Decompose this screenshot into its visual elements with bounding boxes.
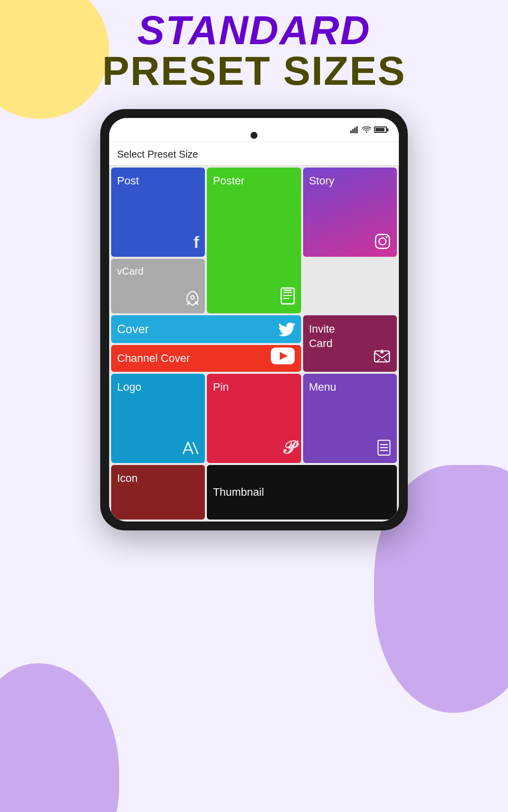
svg-rect-2: [354, 127, 356, 133]
battery-icon: [374, 126, 387, 133]
wifi-icon: [362, 126, 371, 133]
tile-logo-label: Logo: [117, 381, 199, 394]
status-bar: [109, 118, 399, 142]
svg-point-4: [366, 131, 368, 133]
battery-fill: [376, 128, 384, 131]
tile-cover[interactable]: Cover: [111, 315, 301, 343]
svg-rect-1: [352, 129, 354, 133]
tile-thumbnail[interactable]: Thumbnail: [207, 465, 397, 520]
tile-pin-icon: 𝒫: [282, 437, 295, 458]
svg-rect-0: [350, 130, 352, 133]
tile-post[interactable]: Post f: [111, 168, 205, 257]
tile-vcard-label: vCard: [117, 266, 199, 277]
phone-outer: Select Preset Size Post f Poster: [100, 109, 408, 530]
tile-invite-card[interactable]: InviteCard: [303, 315, 397, 372]
tile-story[interactable]: Story: [303, 168, 397, 257]
page-header: STANDARD PRESET SIZES: [0, 10, 508, 91]
tile-post-label: Post: [117, 174, 199, 187]
camera-dot: [251, 132, 257, 139]
header-line1: STANDARD: [0, 10, 508, 51]
tile-poster-label: Poster: [213, 174, 295, 187]
svg-point-11: [379, 238, 386, 245]
phone-mockup: Select Preset Size Post f Poster: [100, 109, 408, 530]
tile-poster-icon: [280, 287, 295, 308]
tile-channel-cover-label: Channel Cover: [117, 352, 190, 365]
preset-grid: Post f Poster: [109, 166, 399, 522]
svg-rect-9: [284, 290, 292, 291]
tile-invite-card-label: InviteCard: [309, 322, 391, 350]
header-line2: PRESET SIZES: [0, 51, 508, 91]
tile-channel-cover[interactable]: Channel Cover: [111, 345, 301, 372]
tile-menu-label: Menu: [309, 381, 391, 394]
tile-icon-label: Icon: [117, 472, 199, 485]
tile-story-icon: [374, 233, 391, 252]
phone-inner: Select Preset Size Post f Poster: [109, 118, 399, 522]
tile-cover-icon: [278, 322, 295, 339]
tile-pin[interactable]: Pin 𝒫: [207, 374, 301, 463]
svg-rect-3: [356, 126, 358, 133]
tile-icon[interactable]: Icon: [111, 465, 205, 520]
svg-rect-10: [376, 234, 389, 248]
tile-menu[interactable]: Menu: [303, 374, 397, 463]
svg-point-12: [386, 236, 388, 238]
tile-vcard-icon: [185, 290, 200, 309]
tile-logo-icon: [181, 440, 199, 458]
status-icons: [350, 126, 387, 133]
tile-invite-card-icon: [373, 347, 391, 367]
tile-channel-cover-icon: [270, 347, 295, 367]
screen-title: Select Preset Size: [117, 149, 391, 160]
svg-point-13: [191, 296, 194, 299]
tile-menu-icon: [377, 439, 391, 458]
signal-icon: [350, 126, 359, 133]
tile-logo[interactable]: Logo: [111, 374, 205, 463]
tile-cover-label: Cover: [117, 322, 149, 336]
tile-vcard[interactable]: vCard: [111, 259, 205, 313]
tile-poster[interactable]: Poster: [207, 168, 301, 313]
screen-header: Select Preset Size: [109, 142, 399, 166]
tile-story-label: Story: [309, 174, 391, 187]
tile-thumbnail-label: Thumbnail: [213, 486, 264, 499]
bg-purple-blob-left: [0, 663, 119, 812]
tile-post-icon: f: [193, 232, 199, 252]
tile-pin-label: Pin: [213, 381, 295, 394]
